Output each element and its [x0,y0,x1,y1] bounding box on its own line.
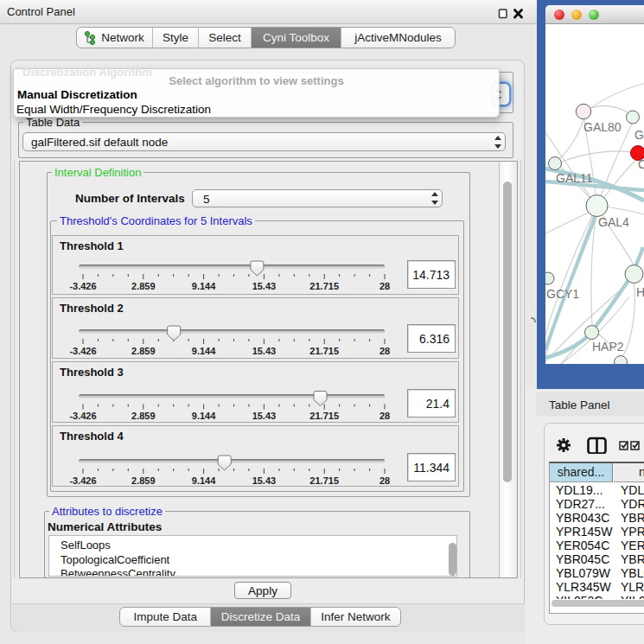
svg-text:GAL4: GAL4 [598,215,629,229]
svg-text:GAL11: GAL11 [556,171,593,185]
svg-text:GA: GA [634,128,644,142]
svg-text:GCY1: GCY1 [546,287,579,301]
svg-text:HAP2: HAP2 [592,340,624,354]
svg-text:H: H [636,285,644,299]
svg-text:C: C [638,157,644,171]
svg-text:GAL80: GAL80 [583,120,622,134]
